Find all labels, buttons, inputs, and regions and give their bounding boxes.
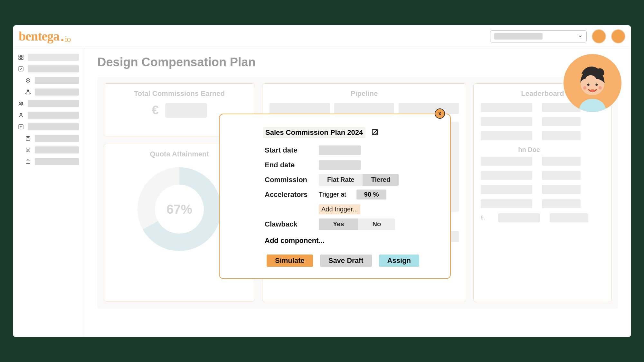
sidebar-label bbox=[35, 88, 79, 96]
checkbox-icon bbox=[18, 66, 24, 72]
logo-suffix: io bbox=[65, 34, 71, 44]
team-icon bbox=[18, 101, 24, 107]
svg-rect-14 bbox=[27, 136, 29, 138]
sidebar-item-dashboard[interactable] bbox=[16, 51, 81, 63]
svg-point-11 bbox=[20, 113, 22, 115]
clawback-no-button[interactable]: No bbox=[358, 218, 395, 230]
card-pipeline-title: Pipeline bbox=[270, 89, 459, 98]
clawback-label: Clawback bbox=[265, 220, 313, 228]
logo: bentega io bbox=[19, 29, 71, 44]
header-avatar-2[interactable] bbox=[611, 29, 625, 43]
upload-icon bbox=[25, 159, 31, 164]
edit-icon[interactable] bbox=[371, 128, 380, 137]
commission-flat-button[interactable]: Flat Rate bbox=[319, 174, 363, 186]
clawback-toggle: Yes No bbox=[319, 218, 395, 230]
logo-dot-icon bbox=[61, 39, 63, 41]
app-frame: bentega io bbox=[13, 25, 631, 337]
end-date-input[interactable] bbox=[319, 160, 361, 170]
commission-tiered-button[interactable]: Tiered bbox=[363, 174, 399, 186]
svg-point-22 bbox=[599, 86, 602, 89]
svg-rect-2 bbox=[19, 58, 20, 59]
commission-label: Commission bbox=[265, 176, 313, 184]
workspace-select[interactable] bbox=[490, 30, 587, 42]
currency-symbol: € bbox=[152, 103, 158, 117]
header-avatar-1[interactable] bbox=[592, 29, 606, 43]
pipeline-stat bbox=[399, 103, 459, 114]
avatar-illustration-icon bbox=[565, 57, 620, 112]
sidebar-label bbox=[35, 135, 79, 142]
quota-percent: 67% bbox=[137, 167, 221, 251]
plan-editor-modal: x Sales Commission Plan 2024 Start date … bbox=[219, 114, 451, 279]
save-icon bbox=[25, 135, 31, 141]
leaderboard-rank-9: 9. bbox=[481, 215, 488, 221]
sidebar-label bbox=[35, 146, 79, 153]
assign-button[interactable]: Assign bbox=[379, 255, 419, 267]
svg-rect-0 bbox=[19, 55, 20, 57]
add-trigger-button[interactable]: Add trigger... bbox=[319, 204, 360, 214]
sidebar-label bbox=[28, 123, 79, 130]
svg-point-9 bbox=[20, 102, 21, 103]
simulate-button[interactable]: Simulate bbox=[267, 255, 313, 267]
sidebar-item-10[interactable] bbox=[16, 156, 81, 167]
sidebar-label bbox=[28, 65, 79, 72]
clawback-yes-button[interactable]: Yes bbox=[319, 218, 358, 230]
commission-type-toggle: Flat Rate Tiered bbox=[319, 174, 399, 186]
modal-title: Sales Commission Plan 2024 bbox=[263, 127, 365, 138]
card-leaderboard: Leaderboard hn Doe 9. bbox=[473, 83, 612, 302]
save-draft-button[interactable]: Save Draft bbox=[320, 255, 372, 267]
sidebar-item-8[interactable] bbox=[16, 133, 81, 144]
list-icon bbox=[25, 147, 31, 153]
sidebar-item-7[interactable] bbox=[16, 121, 81, 133]
page-title: Design Compensation Plan bbox=[97, 55, 618, 69]
sidebar-item-9[interactable] bbox=[16, 144, 81, 156]
start-date-input[interactable] bbox=[319, 145, 361, 155]
end-date-label: End date bbox=[265, 161, 313, 169]
pipeline-stat bbox=[270, 103, 330, 114]
add-component-button[interactable]: Add component... bbox=[265, 237, 433, 245]
svg-rect-3 bbox=[22, 58, 23, 59]
sidebar-item-5[interactable] bbox=[16, 98, 81, 109]
sidebar-item-3[interactable] bbox=[16, 75, 81, 86]
sidebar-item-4[interactable] bbox=[16, 86, 81, 98]
assistant-avatar[interactable] bbox=[564, 54, 621, 112]
svg-point-20 bbox=[590, 89, 595, 92]
sidebar-item-2[interactable] bbox=[16, 63, 81, 75]
workspace-placeholder bbox=[494, 33, 543, 40]
badge-icon bbox=[25, 78, 31, 83]
close-icon-label: x bbox=[439, 111, 441, 116]
sidebar bbox=[13, 48, 84, 337]
sidebar-item-6[interactable] bbox=[16, 109, 81, 121]
leaderboard-name: hn Doe bbox=[483, 146, 604, 153]
svg-point-10 bbox=[22, 102, 23, 103]
logo-text: bentega bbox=[19, 29, 59, 44]
trigger-at-label: Trigger at bbox=[319, 191, 351, 198]
header: bentega io bbox=[13, 25, 631, 48]
sidebar-label bbox=[28, 54, 79, 61]
grid-add-icon bbox=[18, 124, 24, 130]
person-icon bbox=[18, 112, 24, 118]
quota-donut-chart: 67% bbox=[137, 167, 221, 251]
sidebar-label bbox=[35, 158, 79, 165]
svg-point-18 bbox=[587, 83, 590, 86]
dashboard-icon bbox=[18, 54, 24, 60]
sidebar-label bbox=[28, 100, 79, 107]
svg-point-19 bbox=[595, 83, 598, 86]
pipeline-stat bbox=[334, 103, 394, 114]
sidebar-label bbox=[35, 77, 79, 84]
svg-rect-13 bbox=[26, 136, 30, 140]
modal-close-button[interactable]: x bbox=[435, 108, 445, 119]
svg-rect-4 bbox=[19, 67, 23, 71]
accelerators-label: Accelerators bbox=[265, 190, 313, 199]
commissions-value-placeholder bbox=[165, 103, 207, 118]
svg-point-21 bbox=[583, 86, 586, 89]
trigger-value[interactable]: 90 % bbox=[356, 190, 387, 200]
start-date-label: Start date bbox=[265, 146, 313, 154]
chevron-down-icon bbox=[578, 34, 582, 39]
svg-rect-1 bbox=[22, 55, 23, 57]
card-commissions-title: Total Commissions Earned bbox=[111, 89, 248, 98]
nodes-icon bbox=[25, 89, 31, 95]
sidebar-label bbox=[28, 112, 79, 119]
